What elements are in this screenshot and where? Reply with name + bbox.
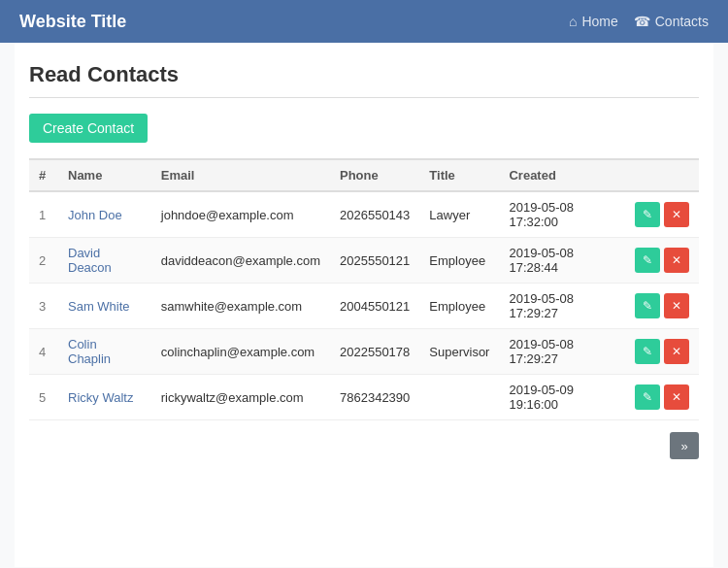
pencil-icon [643,208,652,221]
cell-actions [625,191,699,238]
navbar-brand[interactable]: Website Title [19,12,126,32]
pagination [29,432,699,459]
pencil-icon [643,253,652,267]
table-row: 5 Ricky Waltz rickywaltz@example.com 786… [29,375,699,420]
cell-phone: 2026550143 [330,191,419,238]
cell-num: 3 [29,284,58,329]
cell-phone: 7862342390 [330,375,419,420]
cell-email: johndoe@example.com [151,191,330,238]
cell-email: samwhite@example.com [151,284,330,329]
cell-num: 4 [29,329,58,375]
cell-actions [625,238,699,284]
edit-button[interactable] [635,293,660,318]
chevron-right-icon [680,439,687,453]
table-row: 2 David Deacon daviddeacon@example.com 2… [29,238,699,284]
cell-name: Sam White [58,284,151,329]
nav-contacts-link[interactable]: Contacts [634,14,709,29]
next-page-button[interactable] [670,432,699,459]
delete-button[interactable] [664,339,689,364]
cell-email: daviddeacon@example.com [151,238,330,284]
pencil-icon [643,390,652,404]
table-body: 1 John Doe johndoe@example.com 202655014… [29,191,699,420]
cell-num: 5 [29,375,58,420]
nav-home-label: Home [581,14,617,29]
nav-contacts-label: Contacts [655,14,709,29]
divider [29,97,699,98]
cell-name: Colin Chaplin [58,329,151,375]
nav-home-link[interactable]: Home [569,14,618,29]
cell-title: Employee [419,284,499,329]
edit-button[interactable] [635,248,660,273]
home-icon [569,14,577,29]
cell-title [419,375,499,420]
create-contact-button[interactable]: Create Contact [29,114,148,143]
page-title: Read Contacts [29,62,699,87]
trash-icon [672,299,681,313]
col-num: # [29,159,58,191]
table-row: 1 John Doe johndoe@example.com 202655014… [29,191,699,238]
table-row: 4 Colin Chaplin colinchaplin@example.com… [29,329,699,375]
contacts-table: # Name Email Phone Title Created 1 John … [29,158,699,420]
cell-name: David Deacon [58,238,151,284]
col-email: Email [151,159,330,191]
cell-created: 2019-05-08 17:29:27 [499,284,625,329]
cell-actions [625,284,699,329]
cell-created: 2019-05-08 17:28:44 [499,238,625,284]
edit-button[interactable] [635,339,660,364]
trash-icon [672,208,681,221]
table-row: 3 Sam White samwhite@example.com 2004550… [29,284,699,329]
navbar: Website Title Home Contacts [0,0,728,43]
navbar-nav: Home Contacts [569,14,709,29]
col-phone: Phone [330,159,419,191]
edit-button[interactable] [635,384,660,410]
col-title: Title [419,159,499,191]
cell-email: colinchaplin@example.com [151,329,330,375]
col-name: Name [58,159,151,191]
cell-title: Employee [419,238,499,284]
cell-created: 2019-05-09 19:16:00 [499,375,625,420]
cell-phone: 2004550121 [330,284,419,329]
delete-button[interactable] [664,202,689,227]
delete-button[interactable] [664,248,689,273]
cell-phone: 2022550178 [330,329,419,375]
cell-actions [625,329,699,375]
cell-email: rickywaltz@example.com [151,375,330,420]
delete-button[interactable] [664,384,689,410]
cell-num: 1 [29,191,58,238]
cell-name: John Doe [58,191,151,238]
main-container: Read Contacts Create Contact # Name Emai… [15,43,713,567]
pencil-icon [643,299,652,313]
col-actions [625,159,699,191]
cell-created: 2019-05-08 17:29:27 [499,329,625,375]
cell-title: Supervisor [419,329,499,375]
trash-icon [672,345,681,358]
contacts-icon [634,14,650,29]
pencil-icon [643,345,652,358]
trash-icon [672,390,681,404]
cell-phone: 2025550121 [330,238,419,284]
edit-button[interactable] [635,202,660,227]
delete-button[interactable] [664,293,689,318]
cell-title: Lawyer [419,191,499,238]
table-header: # Name Email Phone Title Created [29,159,699,191]
cell-name: Ricky Waltz [58,375,151,420]
trash-icon [672,253,681,267]
cell-created: 2019-05-08 17:32:00 [499,191,625,238]
cell-actions [625,375,699,420]
col-created: Created [499,159,625,191]
cell-num: 2 [29,238,58,284]
